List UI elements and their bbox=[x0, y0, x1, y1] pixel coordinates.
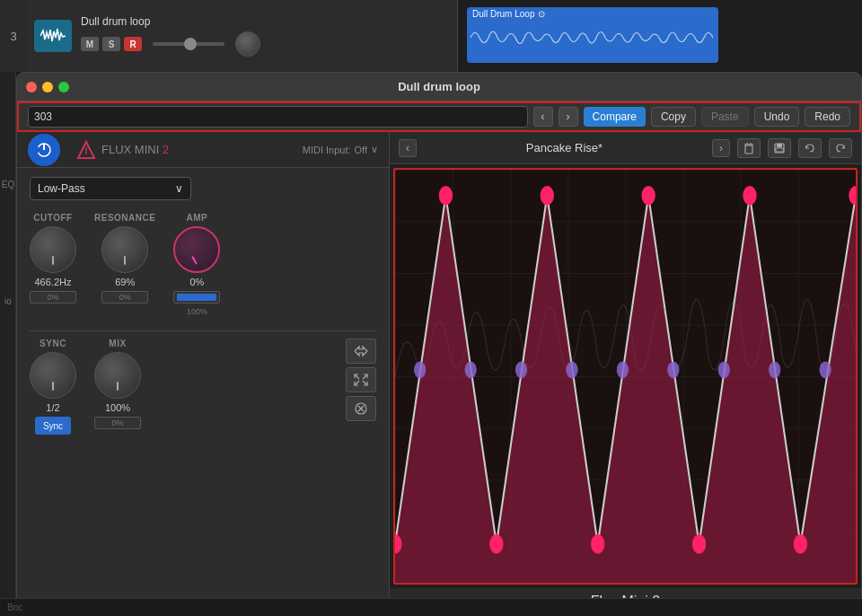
resonance-label: RESONANCE bbox=[94, 213, 155, 223]
env-prev-button[interactable]: ‹ bbox=[399, 139, 417, 157]
svg-point-31 bbox=[465, 362, 476, 377]
sync-indicator bbox=[52, 382, 54, 391]
daw-top: 3 Dull drum loop M S R Dull Drum Loop bbox=[0, 0, 862, 72]
solo-button[interactable]: S bbox=[102, 37, 120, 51]
sync-tag[interactable]: Sync bbox=[35, 417, 71, 435]
svg-point-26 bbox=[490, 535, 503, 553]
left-sidebar: EQ io bbox=[0, 72, 16, 616]
cutoff-knob[interactable] bbox=[30, 226, 76, 273]
svg-point-32 bbox=[515, 362, 526, 377]
redo-icon bbox=[834, 142, 847, 154]
amp-value: 0% bbox=[189, 277, 204, 287]
svg-point-23 bbox=[743, 187, 756, 205]
sync-mix-row: SYNC 1/2 Sync MIX 100% bbox=[30, 339, 376, 435]
svg-point-20 bbox=[439, 187, 452, 205]
filter-section: Low-Pass ∨ CUTOFF 466.2Hz 0% bbox=[17, 168, 389, 615]
svg-point-27 bbox=[592, 535, 604, 553]
x-icon bbox=[355, 402, 367, 415]
arrows-in-icon bbox=[354, 345, 368, 357]
cutoff-mod: 0% bbox=[30, 291, 76, 304]
filter-type-row: Low-Pass ∨ bbox=[30, 177, 376, 200]
env-undo-button[interactable] bbox=[798, 138, 822, 158]
midi-input: MIDI Input: Off ∨ bbox=[303, 144, 378, 155]
amp-knob[interactable] bbox=[173, 226, 220, 273]
close-button[interactable] bbox=[26, 82, 37, 92]
io-label: io bbox=[0, 296, 16, 306]
svg-point-29 bbox=[794, 535, 806, 553]
arrows-out-button[interactable] bbox=[346, 367, 376, 392]
svg-line-5 bbox=[363, 374, 367, 379]
mix-indicator bbox=[117, 382, 119, 391]
svg-point-22 bbox=[642, 187, 655, 205]
separator bbox=[30, 330, 376, 331]
amp-indicator bbox=[192, 256, 198, 265]
sync-group: SYNC 1/2 Sync bbox=[30, 339, 76, 435]
eq-label: EQ bbox=[0, 180, 16, 189]
envelope-canvas[interactable] bbox=[393, 168, 858, 585]
preset-prev-button[interactable]: ‹ bbox=[533, 107, 553, 127]
svg-point-37 bbox=[770, 362, 780, 377]
x-button[interactable] bbox=[346, 396, 376, 421]
amp-group: AMP 0% 100% bbox=[173, 213, 220, 316]
amp-mod bbox=[173, 291, 220, 304]
undo-button[interactable]: Undo bbox=[754, 107, 800, 127]
cutoff-value: 466.2Hz bbox=[35, 277, 72, 287]
envelope-svg bbox=[395, 170, 856, 583]
svg-rect-11 bbox=[745, 145, 752, 154]
amp-label: AMP bbox=[187, 213, 208, 223]
filter-type-arrow: ∨ bbox=[175, 182, 183, 195]
power-button[interactable] bbox=[28, 134, 60, 166]
svg-rect-17 bbox=[776, 148, 783, 152]
volume-knob bbox=[184, 38, 197, 50]
power-icon bbox=[36, 142, 52, 158]
fullscreen-button[interactable] bbox=[58, 82, 69, 92]
knobs-row: CUTOFF 466.2Hz 0% RESONANCE bbox=[30, 213, 376, 316]
copy-button[interactable]: Copy bbox=[651, 107, 696, 127]
env-next-button[interactable]: › bbox=[712, 139, 730, 157]
minimize-button[interactable] bbox=[42, 82, 53, 92]
flux-logo-icon bbox=[76, 140, 96, 160]
resonance-knob[interactable] bbox=[101, 226, 148, 273]
arrows-in-button[interactable] bbox=[346, 339, 376, 364]
mix-label: MIX bbox=[109, 339, 126, 348]
svg-point-21 bbox=[541, 187, 553, 205]
plugin-logo: FLUX MINI 2 bbox=[76, 140, 169, 160]
undo-icon bbox=[804, 142, 816, 154]
cutoff-label: CUTOFF bbox=[33, 213, 72, 223]
waveform-clip: Dull Drum Loop ⊙ bbox=[467, 7, 718, 63]
sync-label: SYNC bbox=[40, 339, 66, 348]
track-info: Dull drum loop M S R bbox=[81, 15, 450, 57]
preset-select[interactable]: 303 bbox=[28, 106, 528, 128]
track-number: 3 bbox=[0, 30, 27, 43]
plugin-titlebar: Dull drum loop bbox=[17, 73, 861, 101]
svg-point-38 bbox=[820, 362, 831, 377]
midi-dropdown-arrow[interactable]: ∨ bbox=[371, 144, 378, 155]
cutoff-group: CUTOFF 466.2Hz 0% bbox=[30, 213, 76, 316]
clip-name-label: Dull Drum Loop bbox=[472, 9, 534, 19]
volume-slider[interactable] bbox=[153, 42, 224, 46]
filter-type-select[interactable]: Low-Pass ∨ bbox=[30, 177, 191, 200]
svg-point-35 bbox=[668, 362, 679, 377]
env-redo-button[interactable] bbox=[829, 138, 852, 158]
mix-mod: 0% bbox=[94, 417, 141, 429]
envelope-header: ‹ Pancake Rise* › bbox=[390, 132, 861, 164]
plugin-name: FLUX MINI 2 bbox=[101, 143, 169, 156]
compare-button[interactable]: Compare bbox=[584, 107, 646, 127]
env-delete-button[interactable] bbox=[737, 138, 761, 158]
paste-button[interactable]: Paste bbox=[701, 107, 749, 127]
preset-next-button[interactable]: › bbox=[559, 107, 578, 127]
amp-mod-label: 100% bbox=[187, 307, 207, 316]
amp-mod-fill-container bbox=[177, 294, 216, 301]
record-button[interactable]: R bbox=[124, 37, 142, 51]
mute-button[interactable]: M bbox=[81, 37, 99, 51]
resonance-indicator bbox=[124, 256, 126, 265]
preset-bar: 303 ‹ › Compare Copy Paste Undo Redo bbox=[17, 101, 861, 132]
mix-knob[interactable] bbox=[94, 352, 141, 399]
pan-knob[interactable] bbox=[235, 31, 260, 57]
env-save-button[interactable] bbox=[768, 138, 791, 158]
mix-mod-label: 0% bbox=[111, 418, 123, 427]
amp-mod-fill bbox=[177, 294, 216, 301]
sync-knob[interactable] bbox=[30, 352, 76, 399]
traffic-lights bbox=[26, 82, 69, 92]
redo-button[interactable]: Redo bbox=[805, 107, 850, 127]
